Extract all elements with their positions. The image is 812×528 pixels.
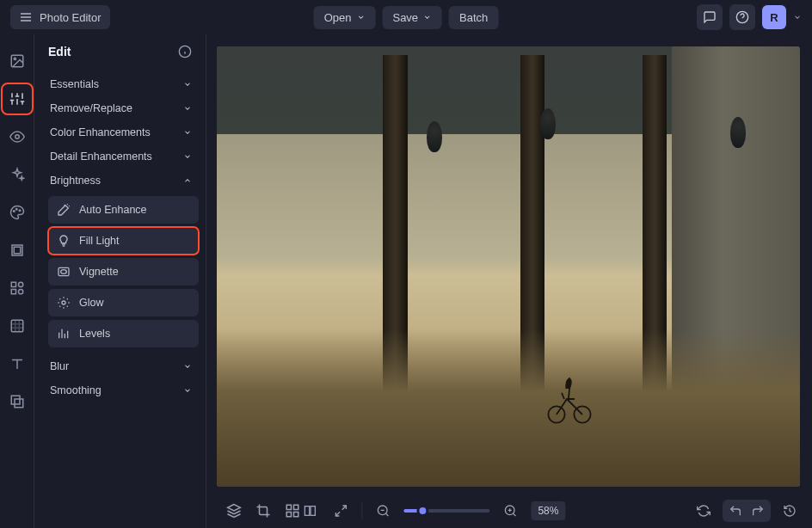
svg-point-34 <box>62 301 65 304</box>
svg-point-33 <box>61 270 67 274</box>
texture-icon <box>9 318 25 334</box>
panel-title: Edit <box>48 45 71 58</box>
rail-crop[interactable] <box>4 237 30 263</box>
menu-icon <box>19 10 33 24</box>
crop-icon <box>255 503 271 519</box>
chevron-down-icon <box>183 80 192 89</box>
undo-redo-group <box>723 500 771 522</box>
layers-button[interactable] <box>224 500 244 521</box>
rail-overlay[interactable] <box>4 389 30 414</box>
svg-line-45 <box>335 512 340 516</box>
section-color-enhancements[interactable]: Color Enhancements <box>43 120 199 144</box>
svg-point-17 <box>13 211 15 212</box>
rail-sparkle[interactable] <box>4 162 30 187</box>
zoom-slider[interactable] <box>403 509 489 513</box>
comments-button[interactable] <box>697 4 723 30</box>
rail-eye[interactable] <box>4 124 30 150</box>
text-icon <box>9 356 25 371</box>
levels-icon <box>57 327 71 341</box>
svg-rect-38 <box>286 505 291 509</box>
canvas-image[interactable] <box>217 46 800 487</box>
svg-line-47 <box>385 513 388 516</box>
svg-rect-43 <box>311 507 315 516</box>
refresh-icon <box>697 504 710 518</box>
help-button[interactable] <box>729 4 755 30</box>
section-brightness[interactable]: Brightness <box>43 169 199 193</box>
tool-rail <box>0 34 34 528</box>
svg-point-6 <box>14 58 15 59</box>
chevron-down-icon[interactable] <box>793 13 802 21</box>
help-icon <box>735 10 749 24</box>
undo-icon <box>729 504 742 518</box>
redo-button[interactable] <box>750 503 766 519</box>
vignette-icon <box>57 265 71 279</box>
image-icon <box>9 53 25 69</box>
save-button[interactable]: Save <box>382 6 442 29</box>
svg-rect-41 <box>286 513 291 517</box>
rail-photo[interactable] <box>4 48 30 74</box>
svg-rect-32 <box>58 267 69 275</box>
section-detail-enhancements[interactable]: Detail Enhancements <box>43 144 199 169</box>
section-essentials[interactable]: Essentials <box>43 72 199 96</box>
frame-icon <box>9 243 25 258</box>
info-icon[interactable] <box>178 45 192 58</box>
section-label: Essentials <box>50 78 99 90</box>
rail-texture[interactable] <box>4 313 30 339</box>
batch-label: Batch <box>459 11 488 24</box>
section-smoothing[interactable]: Smoothing <box>43 378 199 402</box>
section-label: Detail Enhancements <box>50 150 152 163</box>
crop-button[interactable] <box>253 500 274 521</box>
refresh-button[interactable] <box>693 500 714 521</box>
zoom-out-button[interactable] <box>372 500 393 521</box>
history-icon <box>783 504 797 518</box>
svg-point-16 <box>15 135 19 139</box>
undo-button[interactable] <box>728 503 743 519</box>
zoom-in-icon <box>503 504 517 518</box>
svg-rect-22 <box>11 282 15 286</box>
chevron-down-icon <box>183 386 192 395</box>
app-title: Photo Editor <box>40 11 102 24</box>
canvas-toolbar: 58% <box>206 494 812 528</box>
history-button[interactable] <box>779 500 800 521</box>
eye-icon <box>9 129 25 144</box>
section-remove-replace[interactable]: Remove/Replace <box>43 96 199 120</box>
redo-icon <box>751 504 765 518</box>
save-label: Save <box>392 11 418 24</box>
subitem-label: Fill Light <box>79 235 120 247</box>
rail-brush[interactable] <box>4 200 30 225</box>
brightness-sublist: Auto Enhance Fill Light Vignette Glow <box>48 196 199 347</box>
subitem-levels[interactable]: Levels <box>48 320 199 347</box>
palette-icon <box>9 205 25 220</box>
rail-collage[interactable] <box>4 275 30 301</box>
app-title-chip[interactable]: Photo Editor <box>10 5 110 29</box>
subitem-fill-light[interactable]: Fill Light <box>48 227 199 255</box>
open-label: Open <box>324 11 352 24</box>
subitem-vignette[interactable]: Vignette <box>48 258 199 285</box>
zoom-thumb[interactable] <box>416 505 428 517</box>
section-blur[interactable]: Blur <box>43 354 199 378</box>
section-label: Color Enhancements <box>50 126 151 138</box>
rail-text[interactable] <box>4 351 30 377</box>
zoom-value[interactable]: 58% <box>531 501 565 520</box>
rail-adjust[interactable] <box>4 86 30 112</box>
avatar[interactable]: R <box>762 5 786 29</box>
compare-button[interactable] <box>299 500 320 521</box>
batch-button[interactable]: Batch <box>449 6 498 29</box>
svg-rect-24 <box>11 290 15 294</box>
svg-line-44 <box>342 506 347 510</box>
zoom-in-button[interactable] <box>500 500 520 521</box>
subitem-auto-enhance[interactable]: Auto Enhance <box>48 196 199 224</box>
svg-point-23 <box>18 282 22 286</box>
open-button[interactable]: Open <box>314 6 376 29</box>
section-label: Remove/Replace <box>50 102 132 114</box>
gear-icon <box>57 296 71 310</box>
svg-line-50 <box>513 513 515 516</box>
chevron-up-icon <box>183 176 192 185</box>
elements-icon <box>9 280 25 296</box>
fullscreen-button[interactable] <box>330 500 351 521</box>
bulb-icon <box>57 234 71 248</box>
comment-icon <box>703 10 717 24</box>
section-label: Brightness <box>50 175 101 187</box>
subitem-glow[interactable]: Glow <box>48 289 199 316</box>
svg-rect-39 <box>294 505 298 509</box>
